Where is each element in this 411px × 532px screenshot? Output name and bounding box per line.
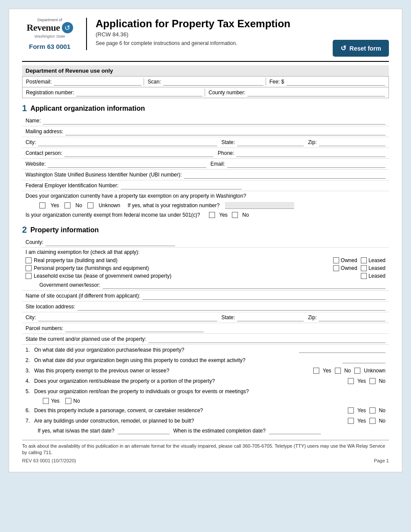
- parcel-input[interactable]: [65, 324, 204, 332]
- q6-yes-label: Yes: [357, 407, 366, 414]
- q5-yes-checkbox[interactable]: [43, 398, 49, 404]
- real-owned-checkbox[interactable]: [333, 257, 339, 263]
- q4-no-checkbox[interactable]: [369, 378, 376, 384]
- govt-owner-input[interactable]: [103, 281, 385, 289]
- occupant-input[interactable]: [142, 292, 385, 300]
- fein-input[interactable]: [121, 182, 242, 189]
- real-leased-checkbox[interactable]: [361, 257, 367, 263]
- q6-yes-checkbox[interactable]: [348, 407, 354, 413]
- q7-yes-checkbox[interactable]: [348, 418, 354, 424]
- q5-num: 5.: [26, 388, 34, 395]
- leased3-label: Leased: [369, 273, 385, 279]
- q2-num: 2.: [26, 356, 34, 364]
- q7-start-input[interactable]: [118, 427, 170, 434]
- q3-no-checkbox[interactable]: [335, 368, 341, 374]
- q1-num: 1.: [26, 346, 34, 354]
- q5-yes-label: Yes: [51, 398, 60, 404]
- q5-answer-row: Yes No: [26, 397, 385, 405]
- county-num-input[interactable]: [247, 89, 385, 96]
- personal-leased-checkbox[interactable]: [361, 265, 367, 271]
- q4-yes-checkbox[interactable]: [348, 378, 354, 384]
- q3-answer: Yes No Unknown: [313, 367, 385, 375]
- q7-row: 7. Are any buildings under construction,…: [26, 416, 385, 426]
- q3-num: 3.: [26, 367, 34, 375]
- q6-text: Does this property include a parsonage, …: [34, 407, 344, 414]
- federal-yes-checkbox[interactable]: [209, 212, 215, 218]
- owned-label: Owned: [341, 257, 357, 263]
- reg-num-q-input[interactable]: [225, 202, 294, 209]
- q1-input[interactable]: [299, 346, 385, 353]
- site-city-input[interactable]: [38, 314, 217, 321]
- q3-unknown-checkbox[interactable]: [354, 368, 360, 374]
- use-input[interactable]: [148, 335, 385, 343]
- name-input[interactable]: [43, 117, 385, 125]
- site-loc-input[interactable]: [77, 303, 385, 311]
- q1-text: On what date did your organization purch…: [34, 346, 299, 354]
- reg-num-input[interactable]: [76, 89, 202, 96]
- q4-row: 4. Does your organization rent/sublease …: [26, 376, 385, 386]
- post-email-input[interactable]: [54, 78, 141, 86]
- unknown-checkbox[interactable]: [87, 202, 93, 208]
- q2-text: On what date did your organization begin…: [34, 356, 342, 364]
- city-state-zip-row: City: State: Zip:: [22, 137, 389, 148]
- q5-no-checkbox[interactable]: [65, 398, 71, 404]
- site-zip-input[interactable]: [319, 314, 385, 321]
- form-number: Form 63 0001: [29, 43, 71, 50]
- logo-revenue-text: Revenue: [26, 22, 60, 33]
- exemption-answer-row: Yes No Unknown If yes, what is your regi…: [22, 201, 389, 210]
- scan-label: Scan:: [148, 79, 161, 85]
- ubi-input[interactable]: [184, 171, 385, 179]
- q5-no-label: No: [74, 398, 80, 404]
- mailing-row: Mailing address:: [22, 126, 389, 137]
- q7-no-checkbox[interactable]: [369, 418, 376, 424]
- govt-owner-row: Government owner/lessor:: [22, 280, 389, 291]
- mailing-input[interactable]: [65, 128, 385, 135]
- use-row: State the current and/or planned use of …: [22, 334, 389, 345]
- q2-input[interactable]: [342, 356, 385, 363]
- instructions-text: See page 6 for complete instructions and…: [96, 40, 238, 47]
- site-city-col: City:: [26, 314, 217, 321]
- contact-input[interactable]: [64, 149, 214, 157]
- federal-yes-label: Yes: [219, 212, 228, 218]
- phone-input[interactable]: [236, 149, 385, 157]
- state-input[interactable]: [237, 138, 304, 146]
- leasehold-leased-checkbox[interactable]: [361, 273, 367, 279]
- zip-input[interactable]: [319, 138, 385, 146]
- yes-label: Yes: [51, 202, 59, 208]
- fee-input[interactable]: [286, 78, 385, 86]
- leasehold-row: Leasehold excise tax (lease of governmen…: [22, 272, 389, 280]
- city-label: City:: [26, 139, 36, 145]
- scan-input[interactable]: [163, 78, 263, 86]
- federal-no-label: No: [242, 212, 249, 218]
- website-input[interactable]: [48, 160, 206, 168]
- state-label: State:: [222, 139, 235, 145]
- q3-yes-label: Yes: [323, 367, 331, 375]
- q4-text: Does your organization rent/sublease the…: [34, 377, 344, 385]
- county-input[interactable]: [45, 238, 175, 246]
- email-input[interactable]: [227, 160, 385, 168]
- reg-num-label: Registration number:: [26, 90, 74, 96]
- claiming-label-row: I am claiming exemption for (check all t…: [22, 248, 389, 256]
- site-state-input[interactable]: [237, 314, 304, 321]
- footer-page: Page 1: [374, 458, 389, 463]
- yes-checkbox[interactable]: [39, 202, 45, 208]
- instructions-row: See page 6 for complete instructions and…: [96, 40, 389, 57]
- dept-row-2: Registration number: County number:: [22, 87, 389, 98]
- q7-completion-input[interactable]: [269, 427, 321, 434]
- personal-owned-checkbox[interactable]: [333, 265, 339, 271]
- q3-yes-checkbox[interactable]: [313, 368, 319, 374]
- zip-col: Zip:: [308, 138, 385, 146]
- website-label: Website:: [26, 161, 45, 167]
- city-input[interactable]: [38, 138, 217, 146]
- personal-prop-checkbox[interactable]: [26, 265, 32, 271]
- leased2-label: Leased: [369, 265, 385, 271]
- q7-completion-label: When is the estimated completion date?: [173, 428, 265, 434]
- real-prop-checkbox[interactable]: [26, 257, 32, 263]
- reset-button[interactable]: ↺ Reset form: [333, 40, 389, 57]
- q6-no-checkbox[interactable]: [369, 407, 376, 413]
- dept-line1: Department of: [37, 18, 62, 22]
- federal-no-checkbox[interactable]: [232, 212, 238, 218]
- site-state-label: State:: [222, 314, 235, 320]
- no-checkbox[interactable]: [64, 202, 71, 208]
- leasehold-checkbox[interactable]: [26, 273, 32, 279]
